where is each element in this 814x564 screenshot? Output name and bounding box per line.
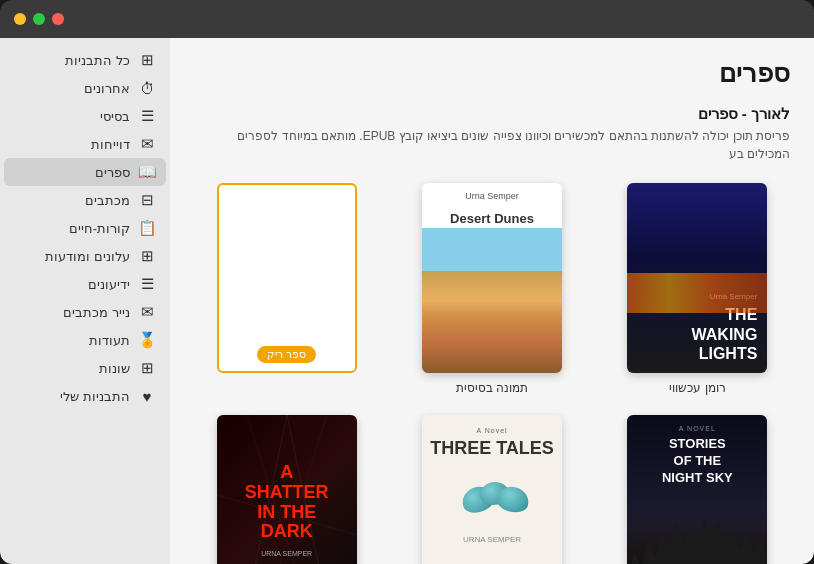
sidebar-item-newsletters[interactable]: ☰ ידיעונים [0, 270, 170, 298]
shatter-author: URNA SEMPER [261, 550, 312, 557]
book-item-waking-lights[interactable]: Urna Semper THEWAKINGLIGHTS רומן עכשווי [605, 183, 790, 395]
three-subtitle: A Novel [476, 427, 507, 434]
book-label-waking: רומן עכשווי [669, 381, 725, 395]
sidebar-item-basic[interactable]: ☰ בסיסי [0, 102, 170, 130]
three-eggs [452, 467, 532, 527]
misc-icon: ⊞ [138, 359, 156, 377]
traffic-lights [14, 13, 64, 25]
sidebar-item-resume[interactable]: 📋 קורות-חיים [0, 214, 170, 242]
section-title: לאורך - ספרים [194, 105, 790, 123]
book-cover-stories: A Novel STORIESOF THENIGHT SKY [627, 415, 767, 564]
envelope-icon: ✉ [138, 135, 156, 153]
sidebar-label-misc: שונות [99, 361, 130, 376]
sidebar-label-favorites: התבניות שלי [60, 389, 130, 404]
books-grid: Urna Semper THEWAKINGLIGHTS רומן עכשווי … [194, 183, 790, 564]
book-item-empty[interactable]: ספר ריק [194, 183, 379, 395]
heart-icon: ♥ [138, 387, 156, 405]
sidebar-label-newsletters: ידיעונים [88, 277, 130, 292]
desert-author: Urna Semper [422, 183, 562, 209]
app-window: ⊞ כל התבניות ⏱ אחרונים ☰ בסיסי ✉ דוייחות… [0, 0, 814, 564]
sidebar-item-recent[interactable]: ⏱ אחרונים [0, 74, 170, 102]
sidebar: ⊞ כל התבניות ⏱ אחרונים ☰ בסיסי ✉ דוייחות… [0, 38, 170, 564]
sidebar-label-books: ספרים [95, 165, 130, 180]
stories-subtitle: A Novel [679, 425, 716, 432]
sidebar-label-basic: בסיסי [100, 109, 130, 124]
sidebar-label-stationery: נייר מכתבים [63, 305, 130, 320]
stories-title: STORIESOF THENIGHT SKY [662, 436, 733, 487]
empty-book-badge: ספר ריק [257, 346, 316, 363]
book-item-stories[interactable]: A Novel STORIESOF THENIGHT SKY [605, 415, 790, 564]
three-author: URNA SEMPER [463, 535, 521, 544]
book-icon: 📖 [138, 163, 156, 181]
desert-title: Desert Dunes [422, 209, 562, 228]
book-cover-waking-lights: Urna Semper THEWAKINGLIGHTS [627, 183, 767, 373]
certificate-icon: 🏅 [138, 331, 156, 349]
sidebar-item-all[interactable]: ⊞ כל התבניות [0, 46, 170, 74]
stationery-icon: ✉ [138, 303, 156, 321]
sidebar-item-certificates[interactable]: 🏅 תעודות [0, 326, 170, 354]
book-item-shatter[interactable]: ASHATTERIN THEDARK URNA SEMPER [194, 415, 379, 564]
sidebar-label-resume: קורות-חיים [69, 221, 130, 236]
book-cover-desert-dunes: Urna Semper Desert Dunes [422, 183, 562, 373]
three-title: THREE TALES [430, 438, 554, 459]
sidebar-label-certificates: תעודות [89, 333, 130, 348]
content-area: ספרים לאורך - ספרים פריסת תוכן יכולה להש… [170, 38, 814, 564]
titlebar [0, 0, 814, 38]
sidebar-item-magazines[interactable]: ⊞ עלונים ומודעות [0, 242, 170, 270]
waking-author: Urna Semper [637, 292, 757, 301]
stories-trees [627, 505, 767, 564]
sidebar-item-notes[interactable]: ⊟ מכתבים [0, 186, 170, 214]
magazine-icon: ⊞ [138, 247, 156, 265]
book-label-desert: תמונה בסיסית [456, 381, 528, 395]
sidebar-item-favorites[interactable]: ♥ התבניות שלי [0, 382, 170, 410]
minimize-button[interactable] [14, 13, 26, 25]
shatter-title: ASHATTERIN THEDARK [245, 463, 329, 542]
list-icon: ☰ [138, 107, 156, 125]
sidebar-item-reports[interactable]: ✉ דוייחות [0, 130, 170, 158]
notes-icon: ⊟ [138, 191, 156, 209]
section-description: פריסת תוכן יכולה להשתנות בהתאם למכשירים … [194, 127, 790, 163]
grid-icon: ⊞ [138, 51, 156, 69]
sidebar-label-notes: מכתבים [85, 193, 130, 208]
sidebar-item-books[interactable]: 📖 ספרים [4, 158, 166, 186]
resume-icon: 📋 [138, 219, 156, 237]
book-cover-shatter: ASHATTERIN THEDARK URNA SEMPER [217, 415, 357, 564]
sidebar-label-reports: דוייחות [91, 137, 130, 152]
sidebar-label-all: כל התבניות [65, 53, 130, 68]
book-item-three-tales[interactable]: A Novel THREE TALES URNA SEMPER [399, 415, 584, 564]
waking-title: THEWAKINGLIGHTS [637, 305, 757, 363]
main-content: ⊞ כל התבניות ⏱ אחרונים ☰ בסיסי ✉ דוייחות… [0, 38, 814, 564]
maximize-button[interactable] [33, 13, 45, 25]
desert-image [422, 228, 562, 373]
close-button[interactable] [52, 13, 64, 25]
clock-icon: ⏱ [138, 79, 156, 97]
page-title: ספרים [194, 58, 790, 89]
sidebar-item-misc[interactable]: ⊞ שונות [0, 354, 170, 382]
sidebar-label-magazines: עלונים ומודעות [45, 249, 130, 264]
book-cover-three-tales: A Novel THREE TALES URNA SEMPER [422, 415, 562, 564]
sidebar-label-recent: אחרונים [84, 81, 130, 96]
book-item-desert-dunes[interactable]: Urna Semper Desert Dunes תמונה בסיסית [399, 183, 584, 395]
sidebar-item-stationery[interactable]: ✉ נייר מכתבים [0, 298, 170, 326]
book-cover-empty: ספר ריק [217, 183, 357, 373]
newsletter-icon: ☰ [138, 275, 156, 293]
